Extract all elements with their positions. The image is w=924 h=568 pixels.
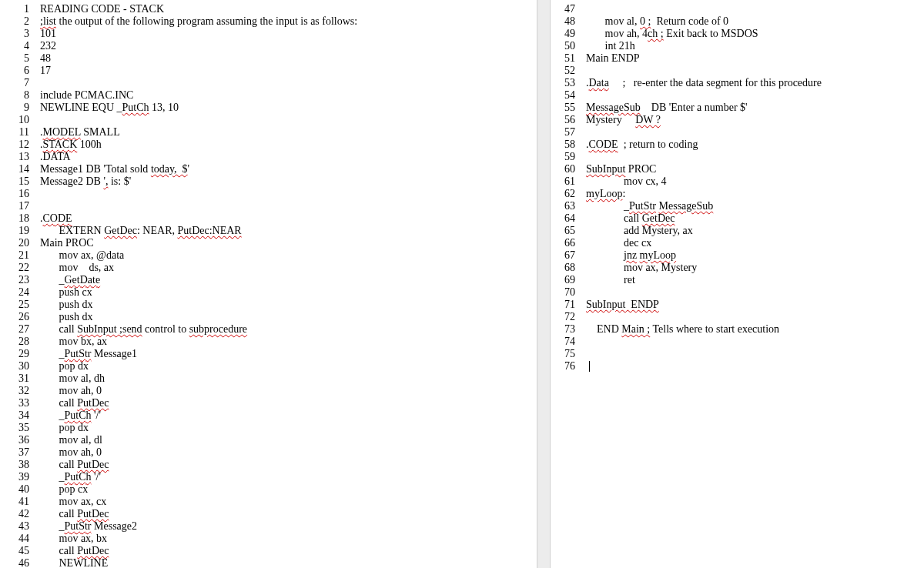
line-text: mov ax, cx: [40, 496, 106, 508]
code-line: 67 jnz myLoop: [555, 249, 924, 262]
code-line: 30 pop dx: [9, 360, 537, 373]
code-line: 49 mov ah, 4ch ; Exit back to MSDOS: [555, 28, 924, 40]
line-text: mov cx, 4: [586, 175, 667, 188]
line-text: mov ax, bx: [40, 533, 107, 545]
code-line: 59: [555, 151, 924, 163]
text-cursor: [589, 361, 590, 372]
code-line: 2;list the output of the following progr…: [9, 15, 537, 28]
code-line: 8include PCMAC.INC: [9, 89, 537, 102]
code-line: 4232: [9, 40, 537, 52]
line-number: 1: [9, 3, 29, 15]
code-line: 11.MODEL SMALL: [9, 126, 537, 139]
code-line: 19 EXTERN GetDec: NEAR, PutDec:NEAR: [9, 225, 537, 237]
code-line: 71SubInput ENDP: [555, 299, 924, 311]
code-line: 41 mov ax, cx: [9, 496, 537, 508]
code-line: 36 mov al, dl: [9, 434, 537, 446]
line-number: 54: [555, 89, 575, 102]
line-text: mov ah, 4ch ; Exit back to MSDOS: [586, 28, 758, 40]
line-text: 17: [40, 65, 51, 77]
line-text: SubInput PROC: [586, 163, 656, 175]
line-text: mov al, dh: [40, 373, 105, 385]
line-text: call GetDec: [586, 212, 675, 225]
code-line: 64 call GetDec: [555, 212, 924, 225]
line-number: 42: [9, 508, 29, 520]
line-number: 41: [9, 496, 29, 508]
line-number: 27: [9, 323, 29, 336]
code-line: 23 _GetDate: [9, 274, 537, 286]
line-text: Main ENDP: [586, 52, 640, 65]
line-text: .MODEL SMALL: [40, 126, 120, 139]
line-number: 18: [9, 212, 29, 225]
line-number: 8: [9, 89, 29, 102]
code-line: 617: [9, 65, 537, 77]
line-text: MessageSub DB 'Enter a number $': [586, 102, 748, 114]
code-line: 68 mov ax, Mystery: [555, 262, 924, 274]
line-text: push dx: [40, 299, 92, 311]
line-text: 232: [40, 40, 56, 52]
line-text: pop dx: [40, 422, 89, 434]
code-line: 62myLoop:: [555, 188, 924, 200]
line-number: 50: [555, 40, 575, 52]
line-text: [586, 360, 590, 373]
code-line: 34 _PutCh '/': [9, 409, 537, 422]
line-number: 28: [9, 336, 29, 348]
code-line: 57: [555, 126, 924, 139]
line-text: .DATA: [40, 151, 71, 163]
line-number: 58: [555, 139, 575, 151]
line-number: 37: [9, 446, 29, 459]
line-text: _PutStr MessageSub: [586, 200, 713, 212]
line-text: myLoop:: [586, 188, 625, 200]
line-number: 62: [555, 188, 575, 200]
line-number: 63: [555, 200, 575, 212]
page-divider: [537, 0, 551, 568]
line-number: 74: [555, 336, 575, 348]
line-number: 20: [9, 237, 29, 249]
code-line: 27 call SubInput ;send control to subpro…: [9, 323, 537, 336]
code-line: 14Message1 DB 'Total sold today, $': [9, 163, 537, 175]
line-text: call PutDec: [40, 397, 109, 409]
code-line: 65 add Mystery, ax: [555, 225, 924, 237]
line-text: Mystery DW ?: [586, 114, 661, 126]
line-number: 39: [9, 471, 29, 483]
line-number: 70: [555, 286, 575, 299]
line-text: push cx: [40, 286, 92, 299]
line-number: 23: [9, 274, 29, 286]
line-text: SubInput ENDP: [586, 299, 659, 311]
code-line: 76: [555, 360, 924, 373]
line-number: 25: [9, 299, 29, 311]
line-text: pop dx: [40, 360, 89, 373]
code-line: 32 mov ah, 0: [9, 385, 537, 397]
line-text: call PutDec: [40, 508, 109, 520]
line-number: 75: [555, 348, 575, 360]
code-line: 35 pop dx: [9, 422, 537, 434]
code-line: 51Main ENDP: [555, 52, 924, 65]
line-text: _PutStr Message2: [40, 520, 137, 533]
code-line: 75: [555, 348, 924, 360]
line-number: 60: [555, 163, 575, 175]
line-number: 47: [555, 3, 575, 15]
right-page: 4748 mov al, 0 ; Return code of 049 mov …: [551, 0, 924, 373]
code-line: 61 mov cx, 4: [555, 175, 924, 188]
line-text: call PutDec: [40, 545, 109, 557]
line-number: 59: [555, 151, 575, 163]
code-line: 37 mov ah, 0: [9, 446, 537, 459]
line-text: call PutDec: [40, 459, 109, 471]
line-text: mov al, 0 ; Return code of 0: [586, 15, 728, 28]
line-number: 3: [9, 28, 29, 40]
line-number: 49: [555, 28, 575, 40]
code-line: 39 _PutCh '/': [9, 471, 537, 483]
line-text: dec cx: [586, 237, 651, 249]
line-number: 73: [555, 323, 575, 336]
line-text: _PutStr Message1: [40, 348, 137, 360]
code-line: 60SubInput PROC: [555, 163, 924, 175]
line-text: NEWLINE EQU _PutCh 13, 10: [40, 102, 179, 114]
code-line: 72: [555, 311, 924, 323]
code-line: 44 mov ax, bx: [9, 533, 537, 545]
line-text: _PutCh '/': [40, 409, 101, 422]
line-text: 101: [40, 28, 56, 40]
code-line: 9NEWLINE EQU _PutCh 13, 10: [9, 102, 537, 114]
code-line: 15Message2 DB ', is: $': [9, 175, 537, 188]
line-text: mov ds, ax: [40, 262, 114, 274]
code-line: 56Mystery DW ?: [555, 114, 924, 126]
line-number: 26: [9, 311, 29, 323]
